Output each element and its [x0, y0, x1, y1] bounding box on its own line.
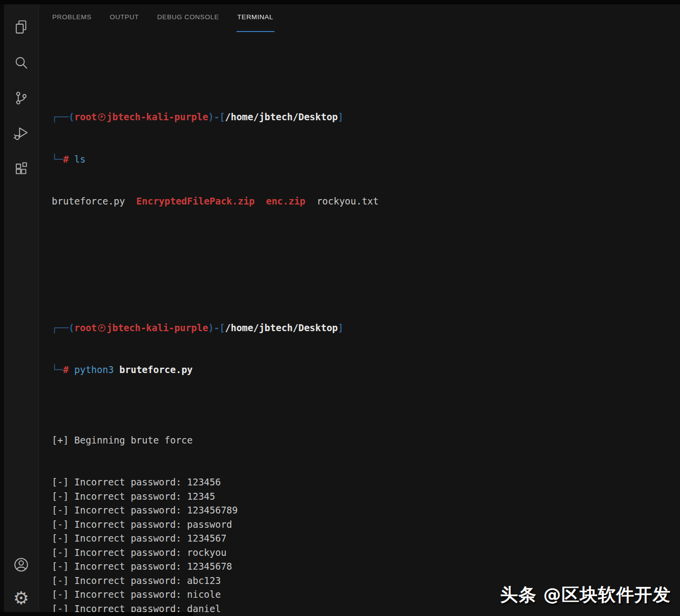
tab-output[interactable]: OUTPUT [110, 13, 139, 32]
file-name: enc.zip [266, 196, 306, 206]
kali-at-icon [98, 324, 106, 332]
terminal-line: [-] Incorrect password: 1234567 [52, 531, 675, 546]
shell-command-line: └─# ls [52, 152, 675, 167]
tab-terminal[interactable]: TERMINAL [238, 13, 273, 32]
search-icon[interactable] [10, 52, 32, 73]
ls-output-line: bruteforce.pyEncryptedFilePack.zipenc.zi… [52, 194, 675, 208]
kali-at-icon [98, 113, 106, 121]
panel-region: PROBLEMS OUTPUT DEBUG CONSOLE TERMINAL ┌… [43, 4, 680, 616]
terminal-line: [-] Incorrect password: 123456789 [52, 503, 675, 517]
source-control-icon[interactable] [10, 87, 32, 109]
toutiao-watermark: 头条 @区块软件开发 [500, 583, 673, 607]
file-name: EncryptedFilePack.zip [136, 196, 255, 206]
brute-force-start-line: [+] Beginning brute force [52, 433, 675, 447]
terminal-output[interactable]: ┌──(rootjbtech-kali-purple)-[/home/jbtec… [43, 32, 680, 616]
accounts-icon[interactable] [10, 554, 32, 576]
status-bar-strip [0, 612, 193, 616]
terminal-line: [-] Incorrect password: password [52, 517, 675, 532]
file-name: bruteforce.py [52, 196, 125, 206]
explorer-icon[interactable] [10, 16, 32, 38]
tab-problems[interactable]: PROBLEMS [52, 13, 92, 32]
run-and-debug-icon[interactable] [10, 123, 32, 144]
title-bar-strip [0, 0, 680, 4]
terminal-line: [-] Incorrect password: rockyou [52, 546, 675, 560]
terminal-line: [-] Incorrect password: 12345678 [52, 559, 675, 574]
shell-prompt-line: ┌──(rootjbtech-kali-purple)-[/home/jbtec… [52, 110, 675, 124]
shell-command-line: └─# python3 bruteforce.py [52, 363, 675, 377]
extensions-icon[interactable] [10, 158, 32, 180]
tab-debug-console[interactable]: DEBUG CONSOLE [157, 13, 219, 32]
terminal-line: [-] Incorrect password: 123456 [52, 475, 675, 489]
settings-gear-icon[interactable]: ⚙ [10, 587, 32, 609]
file-name: rockyou.txt [317, 196, 379, 206]
shell-prompt-line: ┌──(rootjbtech-kali-purple)-[/home/jbtec… [52, 321, 675, 335]
panel-tab-bar: PROBLEMS OUTPUT DEBUG CONSOLE TERMINAL [43, 4, 680, 32]
activity-bar: ⚙ [0, 4, 39, 616]
terminal-line: [-] Incorrect password: 12345 [52, 489, 675, 504]
